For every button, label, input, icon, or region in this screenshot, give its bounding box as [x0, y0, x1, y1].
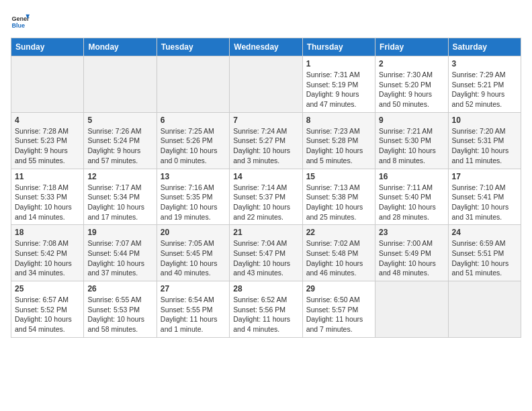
- day-number: 4: [15, 116, 80, 125]
- day-number: 27: [161, 284, 226, 293]
- calendar-cell: [157, 56, 229, 113]
- day-number: 25: [15, 284, 80, 293]
- calendar-cell: 17Sunrise: 7:10 AM Sunset: 5:41 PM Dayli…: [448, 169, 521, 225]
- day-header-tuesday: Tuesday: [157, 38, 229, 56]
- day-info: Sunrise: 7:21 AM Sunset: 5:30 PM Dayligh…: [379, 126, 444, 166]
- day-info: Sunrise: 7:08 AM Sunset: 5:42 PM Dayligh…: [15, 238, 80, 278]
- calendar-cell: [84, 56, 157, 113]
- day-number: 20: [161, 228, 226, 237]
- calendar-cell: 15Sunrise: 7:13 AM Sunset: 5:38 PM Dayli…: [302, 169, 375, 225]
- day-number: 7: [233, 116, 298, 125]
- calendar-week-1: 1Sunrise: 7:31 AM Sunset: 5:19 PM Daylig…: [11, 56, 521, 113]
- day-number: 18: [15, 228, 80, 237]
- calendar-cell: 28Sunrise: 6:52 AM Sunset: 5:56 PM Dayli…: [230, 281, 302, 338]
- calendar-cell: 16Sunrise: 7:11 AM Sunset: 5:40 PM Dayli…: [375, 169, 448, 225]
- day-number: 1: [306, 59, 371, 68]
- day-info: Sunrise: 7:13 AM Sunset: 5:38 PM Dayligh…: [306, 183, 371, 222]
- day-number: 2: [379, 59, 444, 68]
- calendar-cell: [230, 56, 302, 113]
- day-info: Sunrise: 7:25 AM Sunset: 5:26 PM Dayligh…: [161, 126, 226, 166]
- day-number: 23: [379, 228, 444, 237]
- calendar-table: SundayMondayTuesdayWednesdayThursdayFrid…: [11, 38, 521, 338]
- calendar-week-4: 18Sunrise: 7:08 AM Sunset: 5:42 PM Dayli…: [11, 225, 521, 281]
- calendar-cell: 9Sunrise: 7:21 AM Sunset: 5:30 PM Daylig…: [375, 112, 448, 169]
- calendar-cell: 4Sunrise: 7:28 AM Sunset: 5:23 PM Daylig…: [11, 112, 84, 169]
- day-number: 16: [379, 172, 444, 181]
- day-header-friday: Friday: [375, 38, 448, 56]
- day-info: Sunrise: 6:54 AM Sunset: 5:55 PM Dayligh…: [161, 295, 226, 334]
- page-header: General Blue: [11, 11, 521, 30]
- day-info: Sunrise: 7:26 AM Sunset: 5:24 PM Dayligh…: [87, 126, 152, 166]
- day-header-thursday: Thursday: [302, 38, 375, 56]
- day-header-saturday: Saturday: [448, 38, 521, 56]
- calendar-cell: 19Sunrise: 7:07 AM Sunset: 5:44 PM Dayli…: [84, 225, 157, 281]
- day-number: 15: [306, 172, 371, 181]
- calendar-cell: 13Sunrise: 7:16 AM Sunset: 5:35 PM Dayli…: [157, 169, 229, 225]
- day-number: 6: [161, 116, 226, 125]
- calendar-cell: 23Sunrise: 7:00 AM Sunset: 5:49 PM Dayli…: [375, 225, 448, 281]
- calendar-cell: 29Sunrise: 6:50 AM Sunset: 5:57 PM Dayli…: [302, 281, 375, 338]
- day-info: Sunrise: 7:00 AM Sunset: 5:49 PM Dayligh…: [379, 238, 444, 278]
- day-info: Sunrise: 7:24 AM Sunset: 5:27 PM Dayligh…: [233, 126, 298, 166]
- calendar-cell: 6Sunrise: 7:25 AM Sunset: 5:26 PM Daylig…: [157, 112, 229, 169]
- calendar-cell: 24Sunrise: 6:59 AM Sunset: 5:51 PM Dayli…: [448, 225, 521, 281]
- day-number: 5: [87, 116, 152, 125]
- calendar-cell: 27Sunrise: 6:54 AM Sunset: 5:55 PM Dayli…: [157, 281, 229, 338]
- svg-text:Blue: Blue: [11, 22, 25, 29]
- calendar-cell: 1Sunrise: 7:31 AM Sunset: 5:19 PM Daylig…: [302, 56, 375, 113]
- day-info: Sunrise: 7:20 AM Sunset: 5:31 PM Dayligh…: [452, 126, 517, 166]
- day-info: Sunrise: 7:18 AM Sunset: 5:33 PM Dayligh…: [15, 183, 80, 222]
- day-number: 26: [87, 284, 152, 293]
- calendar-cell: 7Sunrise: 7:24 AM Sunset: 5:27 PM Daylig…: [230, 112, 302, 169]
- day-number: 19: [87, 228, 152, 237]
- day-info: Sunrise: 7:16 AM Sunset: 5:35 PM Dayligh…: [161, 183, 226, 222]
- logo: General Blue: [11, 11, 30, 30]
- calendar-cell: 25Sunrise: 6:57 AM Sunset: 5:52 PM Dayli…: [11, 281, 84, 338]
- day-info: Sunrise: 6:50 AM Sunset: 5:57 PM Dayligh…: [306, 295, 371, 334]
- calendar-week-5: 25Sunrise: 6:57 AM Sunset: 5:52 PM Dayli…: [11, 281, 521, 338]
- calendar-cell: 11Sunrise: 7:18 AM Sunset: 5:33 PM Dayli…: [11, 169, 84, 225]
- calendar-cell: 18Sunrise: 7:08 AM Sunset: 5:42 PM Dayli…: [11, 225, 84, 281]
- day-header-monday: Monday: [84, 38, 157, 56]
- day-number: 11: [15, 172, 80, 181]
- calendar-cell: 8Sunrise: 7:23 AM Sunset: 5:28 PM Daylig…: [302, 112, 375, 169]
- day-number: 14: [233, 172, 298, 181]
- day-info: Sunrise: 7:17 AM Sunset: 5:34 PM Dayligh…: [87, 183, 152, 222]
- day-info: Sunrise: 7:04 AM Sunset: 5:47 PM Dayligh…: [233, 238, 298, 278]
- day-number: 22: [306, 228, 371, 237]
- day-info: Sunrise: 7:31 AM Sunset: 5:19 PM Dayligh…: [306, 70, 371, 109]
- calendar-cell: 20Sunrise: 7:05 AM Sunset: 5:45 PM Dayli…: [157, 225, 229, 281]
- day-number: 3: [452, 59, 517, 68]
- day-info: Sunrise: 7:10 AM Sunset: 5:41 PM Dayligh…: [452, 183, 517, 222]
- day-info: Sunrise: 7:14 AM Sunset: 5:37 PM Dayligh…: [233, 183, 298, 222]
- day-header-wednesday: Wednesday: [230, 38, 302, 56]
- calendar-cell: 2Sunrise: 7:30 AM Sunset: 5:20 PM Daylig…: [375, 56, 448, 113]
- calendar-cell: [375, 281, 448, 338]
- day-number: 12: [87, 172, 152, 181]
- logo-icon: General Blue: [11, 11, 30, 30]
- calendar-cell: 26Sunrise: 6:55 AM Sunset: 5:53 PM Dayli…: [84, 281, 157, 338]
- day-info: Sunrise: 6:59 AM Sunset: 5:51 PM Dayligh…: [452, 238, 517, 278]
- day-info: Sunrise: 7:28 AM Sunset: 5:23 PM Dayligh…: [15, 126, 80, 166]
- calendar-cell: 10Sunrise: 7:20 AM Sunset: 5:31 PM Dayli…: [448, 112, 521, 169]
- calendar-cell: 14Sunrise: 7:14 AM Sunset: 5:37 PM Dayli…: [230, 169, 302, 225]
- calendar-cell: 5Sunrise: 7:26 AM Sunset: 5:24 PM Daylig…: [84, 112, 157, 169]
- day-header-sunday: Sunday: [11, 38, 84, 56]
- day-number: 10: [452, 116, 517, 125]
- calendar-cell: 12Sunrise: 7:17 AM Sunset: 5:34 PM Dayli…: [84, 169, 157, 225]
- calendar-week-2: 4Sunrise: 7:28 AM Sunset: 5:23 PM Daylig…: [11, 112, 521, 169]
- calendar-cell: 3Sunrise: 7:29 AM Sunset: 5:21 PM Daylig…: [448, 56, 521, 113]
- calendar-week-3: 11Sunrise: 7:18 AM Sunset: 5:33 PM Dayli…: [11, 169, 521, 225]
- day-number: 21: [233, 228, 298, 237]
- day-number: 17: [452, 172, 517, 181]
- day-number: 8: [306, 116, 371, 125]
- day-info: Sunrise: 7:05 AM Sunset: 5:45 PM Dayligh…: [161, 238, 226, 278]
- calendar-cell: 21Sunrise: 7:04 AM Sunset: 5:47 PM Dayli…: [230, 225, 302, 281]
- calendar-header-row: SundayMondayTuesdayWednesdayThursdayFrid…: [11, 38, 521, 56]
- day-info: Sunrise: 7:07 AM Sunset: 5:44 PM Dayligh…: [87, 238, 152, 278]
- day-number: 29: [306, 284, 371, 293]
- calendar-cell: [448, 281, 521, 338]
- day-number: 24: [452, 228, 517, 237]
- day-number: 28: [233, 284, 298, 293]
- calendar-cell: [11, 56, 84, 113]
